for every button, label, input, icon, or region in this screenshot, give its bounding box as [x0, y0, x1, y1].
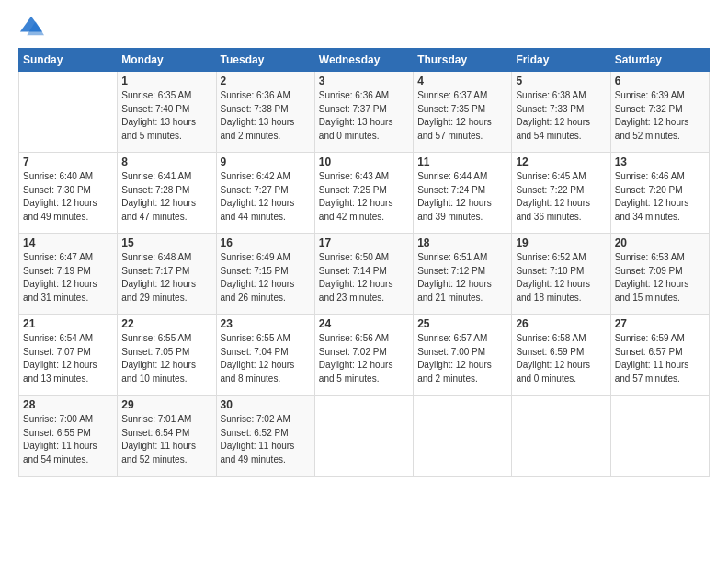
day-number: 24 — [319, 317, 409, 330]
day-number: 2 — [221, 75, 311, 87]
calendar-week-row: 7Sunrise: 6:40 AMSunset: 7:30 PMDaylight… — [19, 153, 710, 234]
header — [18, 17, 710, 39]
day-number: 3 — [319, 75, 409, 87]
logo — [18, 17, 44, 39]
logo-icon — [18, 13, 44, 39]
day-number: 18 — [417, 236, 507, 249]
calendar-cell: 11Sunrise: 6:44 AMSunset: 7:24 PMDayligh… — [414, 153, 512, 234]
calendar-cell: 23Sunrise: 6:55 AMSunset: 7:04 PMDayligh… — [216, 315, 314, 396]
calendar-week-row: 14Sunrise: 6:47 AMSunset: 7:19 PMDayligh… — [19, 234, 710, 315]
day-info: Sunrise: 6:55 AMSunset: 7:05 PMDaylight:… — [121, 332, 211, 385]
day-number: 19 — [516, 236, 606, 249]
calendar-header-thursday: Thursday — [414, 49, 512, 72]
day-info: Sunrise: 6:52 AMSunset: 7:10 PMDaylight:… — [516, 251, 606, 304]
day-info: Sunrise: 6:55 AMSunset: 7:04 PMDaylight:… — [221, 332, 311, 385]
calendar-cell: 10Sunrise: 6:43 AMSunset: 7:25 PMDayligh… — [314, 153, 413, 234]
day-number: 5 — [516, 75, 606, 87]
day-info: Sunrise: 6:49 AMSunset: 7:15 PMDaylight:… — [221, 251, 311, 304]
day-number: 11 — [417, 155, 507, 168]
day-info: Sunrise: 6:45 AMSunset: 7:22 PMDaylight:… — [516, 170, 606, 224]
day-info: Sunrise: 7:00 AMSunset: 6:55 PMDaylight:… — [23, 413, 113, 466]
day-number: 23 — [221, 317, 311, 330]
calendar-cell — [314, 396, 413, 477]
day-number: 8 — [121, 155, 211, 168]
day-number: 14 — [23, 236, 113, 249]
day-info: Sunrise: 6:42 AMSunset: 7:27 PMDaylight:… — [221, 170, 311, 224]
day-info: Sunrise: 6:48 AMSunset: 7:17 PMDaylight:… — [121, 251, 211, 304]
calendar-cell: 18Sunrise: 6:51 AMSunset: 7:12 PMDayligh… — [414, 234, 512, 315]
day-info: Sunrise: 6:54 AMSunset: 7:07 PMDaylight:… — [23, 332, 113, 385]
day-info: Sunrise: 6:37 AMSunset: 7:35 PMDaylight:… — [417, 89, 507, 143]
calendar-cell — [414, 396, 512, 477]
day-number: 29 — [121, 398, 211, 411]
day-number: 28 — [23, 398, 113, 411]
calendar-week-row: 28Sunrise: 7:00 AMSunset: 6:55 PMDayligh… — [19, 396, 710, 477]
calendar-cell: 13Sunrise: 6:46 AMSunset: 7:20 PMDayligh… — [610, 153, 709, 234]
calendar-cell: 2Sunrise: 6:36 AMSunset: 7:38 PMDaylight… — [216, 72, 314, 153]
calendar-cell: 28Sunrise: 7:00 AMSunset: 6:55 PMDayligh… — [19, 396, 118, 477]
calendar-week-row: 1Sunrise: 6:35 AMSunset: 7:40 PMDaylight… — [19, 72, 710, 153]
day-info: Sunrise: 6:36 AMSunset: 7:37 PMDaylight:… — [319, 89, 409, 143]
day-number: 9 — [221, 155, 311, 168]
day-number: 10 — [319, 155, 409, 168]
calendar-table: SundayMondayTuesdayWednesdayThursdayFrid… — [18, 48, 710, 477]
day-info: Sunrise: 6:43 AMSunset: 7:25 PMDaylight:… — [319, 170, 409, 224]
calendar-cell — [512, 396, 610, 477]
calendar-cell: 7Sunrise: 6:40 AMSunset: 7:30 PMDaylight… — [19, 153, 118, 234]
day-info: Sunrise: 6:44 AMSunset: 7:24 PMDaylight:… — [417, 170, 507, 224]
day-number: 26 — [516, 317, 606, 330]
day-info: Sunrise: 6:35 AMSunset: 7:40 PMDaylight:… — [121, 89, 211, 143]
day-number: 20 — [615, 236, 705, 249]
day-number: 25 — [417, 317, 507, 330]
calendar-cell: 5Sunrise: 6:38 AMSunset: 7:33 PMDaylight… — [512, 72, 610, 153]
day-info: Sunrise: 7:01 AMSunset: 6:54 PMDaylight:… — [121, 413, 211, 466]
calendar-cell: 14Sunrise: 6:47 AMSunset: 7:19 PMDayligh… — [19, 234, 118, 315]
day-info: Sunrise: 6:59 AMSunset: 6:57 PMDaylight:… — [615, 332, 705, 385]
day-info: Sunrise: 6:51 AMSunset: 7:12 PMDaylight:… — [417, 251, 507, 304]
calendar-header-row: SundayMondayTuesdayWednesdayThursdayFrid… — [19, 49, 710, 72]
day-number: 1 — [121, 75, 211, 87]
calendar-cell: 30Sunrise: 7:02 AMSunset: 6:52 PMDayligh… — [216, 396, 314, 477]
day-number: 7 — [23, 155, 113, 168]
calendar-header-wednesday: Wednesday — [314, 49, 413, 72]
calendar-cell: 17Sunrise: 6:50 AMSunset: 7:14 PMDayligh… — [314, 234, 413, 315]
day-number: 13 — [615, 155, 705, 168]
day-number: 12 — [516, 155, 606, 168]
day-number: 6 — [615, 75, 705, 87]
calendar-week-row: 21Sunrise: 6:54 AMSunset: 7:07 PMDayligh… — [19, 315, 710, 396]
calendar-cell — [610, 396, 709, 477]
day-info: Sunrise: 6:36 AMSunset: 7:38 PMDaylight:… — [221, 89, 311, 143]
calendar-cell: 12Sunrise: 6:45 AMSunset: 7:22 PMDayligh… — [512, 153, 610, 234]
calendar-cell: 20Sunrise: 6:53 AMSunset: 7:09 PMDayligh… — [610, 234, 709, 315]
day-number: 27 — [615, 317, 705, 330]
calendar-cell: 26Sunrise: 6:58 AMSunset: 6:59 PMDayligh… — [512, 315, 610, 396]
day-info: Sunrise: 6:53 AMSunset: 7:09 PMDaylight:… — [615, 251, 705, 304]
day-info: Sunrise: 6:50 AMSunset: 7:14 PMDaylight:… — [319, 251, 409, 304]
calendar-cell: 27Sunrise: 6:59 AMSunset: 6:57 PMDayligh… — [610, 315, 709, 396]
day-number: 15 — [121, 236, 211, 249]
calendar-header-saturday: Saturday — [610, 49, 709, 72]
day-number: 21 — [23, 317, 113, 330]
page: SundayMondayTuesdayWednesdayThursdayFrid… — [0, 0, 728, 563]
day-info: Sunrise: 6:47 AMSunset: 7:19 PMDaylight:… — [23, 251, 113, 304]
calendar-cell: 16Sunrise: 6:49 AMSunset: 7:15 PMDayligh… — [216, 234, 314, 315]
day-info: Sunrise: 7:02 AMSunset: 6:52 PMDaylight:… — [221, 413, 311, 466]
calendar-cell: 6Sunrise: 6:39 AMSunset: 7:32 PMDaylight… — [610, 72, 709, 153]
calendar-header-tuesday: Tuesday — [216, 49, 314, 72]
calendar-cell: 21Sunrise: 6:54 AMSunset: 7:07 PMDayligh… — [19, 315, 118, 396]
calendar-cell: 9Sunrise: 6:42 AMSunset: 7:27 PMDaylight… — [216, 153, 314, 234]
calendar-cell: 8Sunrise: 6:41 AMSunset: 7:28 PMDaylight… — [118, 153, 216, 234]
calendar-cell: 1Sunrise: 6:35 AMSunset: 7:40 PMDaylight… — [118, 72, 216, 153]
calendar-cell: 22Sunrise: 6:55 AMSunset: 7:05 PMDayligh… — [118, 315, 216, 396]
day-info: Sunrise: 6:57 AMSunset: 7:00 PMDaylight:… — [417, 332, 507, 385]
calendar-cell: 15Sunrise: 6:48 AMSunset: 7:17 PMDayligh… — [118, 234, 216, 315]
calendar-cell: 25Sunrise: 6:57 AMSunset: 7:00 PMDayligh… — [414, 315, 512, 396]
day-number: 16 — [221, 236, 311, 249]
day-info: Sunrise: 6:46 AMSunset: 7:20 PMDaylight:… — [615, 170, 705, 224]
day-info: Sunrise: 6:58 AMSunset: 6:59 PMDaylight:… — [516, 332, 606, 385]
day-number: 17 — [319, 236, 409, 249]
day-number: 30 — [221, 398, 311, 411]
calendar-header-friday: Friday — [512, 49, 610, 72]
calendar-cell: 3Sunrise: 6:36 AMSunset: 7:37 PMDaylight… — [314, 72, 413, 153]
day-info: Sunrise: 6:41 AMSunset: 7:28 PMDaylight:… — [121, 170, 211, 224]
